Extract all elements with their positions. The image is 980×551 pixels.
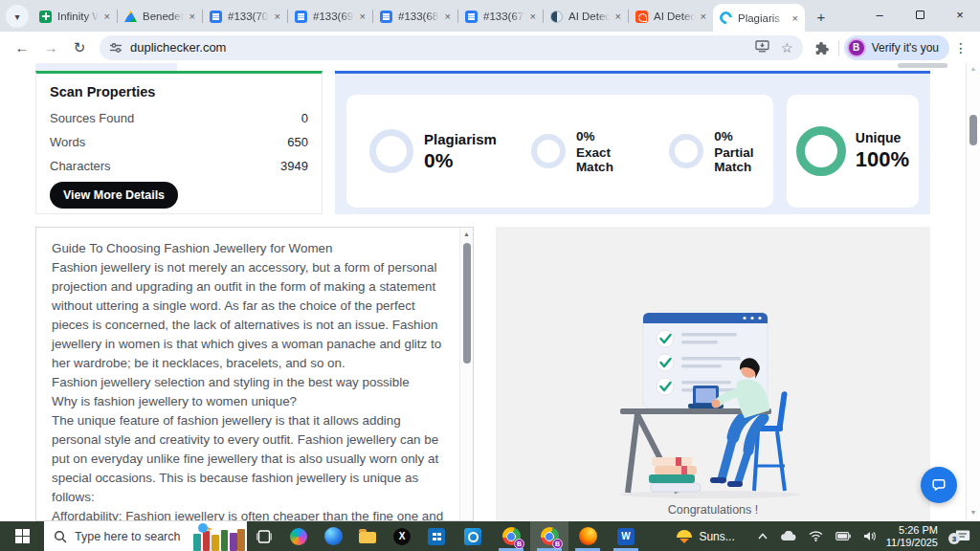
weather-widget[interactable]: Suns... — [677, 530, 734, 543]
tab-search-chevron-button[interactable]: ▾ — [6, 5, 29, 28]
article-scrollbar[interactable]: ▲ — [459, 228, 473, 520]
close-icon[interactable]: × — [615, 11, 621, 22]
tab-plagiarism-active[interactable]: Plagiaris × — [713, 4, 805, 32]
notification-center-button[interactable]: 3 — [947, 529, 976, 543]
google-docs-icon — [295, 11, 307, 23]
chat-widget-button[interactable] — [921, 467, 957, 503]
google-docs-icon — [465, 11, 478, 23]
x-icon: X — [393, 528, 411, 545]
profile-chip[interactable]: B Verify it's you — [844, 35, 949, 60]
install-icon[interactable] — [755, 39, 769, 56]
task-view-icon — [256, 530, 272, 543]
site-settings-icon[interactable] — [109, 41, 122, 55]
bookmark-star-icon[interactable]: ☆ — [781, 40, 793, 55]
extensions-icon[interactable] — [809, 40, 834, 55]
store-icon — [428, 528, 445, 545]
close-icon[interactable]: × — [275, 11, 280, 22]
microsoft-store-button[interactable] — [419, 521, 454, 551]
chrome-profile2-button[interactable]: B — [530, 521, 568, 551]
partial-match-label: Partial Match — [714, 145, 773, 174]
outlook-button[interactable] — [454, 521, 492, 551]
url-text[interactable]: duplichecker.com — [130, 40, 755, 55]
chrome-profile1-button[interactable]: B — [492, 521, 530, 551]
unique-label: Unique — [856, 130, 909, 145]
tab-doc-133-68[interactable]: #133(68 × — [373, 5, 457, 28]
reload-button[interactable]: ↻ — [65, 34, 94, 61]
tab-title: #133(67 — [483, 11, 524, 22]
scan-properties-card: Scan Properties Sources Found 0 Words 65… — [35, 71, 323, 214]
tab-benedet[interactable]: Benedet × — [118, 5, 202, 28]
google-drive-icon — [124, 11, 137, 22]
taskbar-clock[interactable]: 5:26 PM 11/19/2025 — [886, 524, 938, 549]
page-top-strip — [35, 63, 177, 71]
start-button[interactable] — [0, 521, 44, 551]
scroll-up-icon[interactable]: ▲ — [967, 65, 980, 72]
article-paragraph: Fashion jewellery is not merely an acces… — [52, 258, 444, 373]
close-icon[interactable]: × — [104, 11, 110, 22]
file-explorer-button[interactable] — [350, 521, 385, 551]
edge-button[interactable] — [316, 521, 350, 551]
browser-menu-button[interactable]: ⋮ — [949, 40, 972, 55]
close-icon[interactable]: × — [445, 11, 451, 22]
task-view-button[interactable] — [247, 521, 281, 551]
exact-match-value: 0% — [576, 129, 631, 143]
scan-row-label: Characters — [50, 159, 111, 173]
copilot-button[interactable] — [281, 521, 316, 551]
speaker-icon[interactable] — [863, 531, 877, 541]
search-placeholder: Type here to search — [75, 530, 180, 543]
forward-button[interactable]: → — [36, 34, 65, 61]
scroll-down-icon[interactable]: ▼ — [967, 509, 980, 516]
back-button[interactable]: ← — [8, 34, 36, 61]
close-icon[interactable]: × — [360, 11, 366, 22]
page-scrollbar-thumb[interactable] — [969, 115, 977, 145]
onedrive-cloud-icon[interactable] — [780, 531, 796, 541]
exact-match-ring — [531, 134, 566, 168]
scan-row-sources: Sources Found 0 — [50, 106, 308, 130]
clock-date: 11/19/2025 — [886, 537, 938, 549]
close-icon[interactable]: × — [792, 12, 798, 24]
tab-ai-detector-1[interactable]: AI Detec × — [544, 5, 628, 28]
browser-window: ▾ Infinity W × Benedet × #133(70 × #133(… — [0, 0, 980, 551]
windows-taskbar: Type here to search X B — [0, 521, 980, 551]
chevron-down-icon: ▾ — [14, 11, 19, 22]
tab-ai-detector-2[interactable]: AI Detec × — [629, 5, 713, 28]
article-scrollbar-thumb[interactable] — [463, 243, 471, 364]
search-icon — [54, 530, 67, 543]
profile-badge: B — [514, 539, 524, 549]
tab-title: #133(70 — [228, 11, 269, 22]
tab-title: #133(69 — [313, 11, 354, 22]
tab-doc-133-67[interactable]: #133(67 × — [458, 5, 543, 28]
word-button[interactable]: W — [607, 521, 645, 551]
close-icon[interactable]: × — [701, 11, 706, 22]
close-icon[interactable]: × — [189, 11, 195, 22]
close-icon[interactable]: × — [530, 11, 536, 22]
tray-chevron-up-icon[interactable] — [758, 533, 768, 540]
google-docs-icon — [380, 11, 392, 23]
article-paragraph: Why is fashion jewellery to women unique… — [52, 392, 444, 411]
plagiarism-label: Plagiarism — [424, 131, 497, 147]
article-paragraph: Affordability: Fashion jewellery is ofte… — [52, 507, 444, 521]
page-top-pill — [898, 63, 947, 68]
unique-card: Unique 100% — [787, 95, 919, 208]
page-scrollbar[interactable]: ▲ ▼ — [966, 63, 980, 521]
tab-infinity[interactable]: Infinity W × — [33, 5, 117, 28]
firefox-button[interactable] — [568, 521, 607, 551]
scroll-up-icon[interactable]: ▲ — [460, 231, 473, 237]
minimize-button[interactable]: – — [859, 0, 900, 29]
tab-doc-133-69[interactable]: #133(69 × — [288, 5, 372, 28]
maximize-button[interactable] — [900, 0, 940, 29]
new-tab-button[interactable]: + — [809, 4, 834, 29]
notification-count-badge: 3 — [948, 533, 960, 544]
address-bar[interactable]: duplichecker.com ☆ — [100, 35, 803, 60]
window-controls: – × — [859, 0, 980, 29]
x-app-button[interactable]: X — [385, 521, 419, 551]
search-highlight-image — [189, 521, 247, 551]
article-text-panel[interactable]: Guide To Choosing Fashion Jewellery for … — [35, 227, 474, 521]
battery-icon[interactable] — [835, 532, 851, 540]
view-more-details-button[interactable]: View More Details — [50, 182, 178, 209]
taskbar-search-input[interactable]: Type here to search — [44, 521, 247, 551]
tab-doc-133-70[interactable]: #133(70 × — [203, 5, 287, 28]
scan-row-words: Words 650 — [50, 130, 308, 154]
wifi-icon[interactable] — [809, 531, 823, 541]
close-window-button[interactable]: × — [940, 0, 980, 29]
